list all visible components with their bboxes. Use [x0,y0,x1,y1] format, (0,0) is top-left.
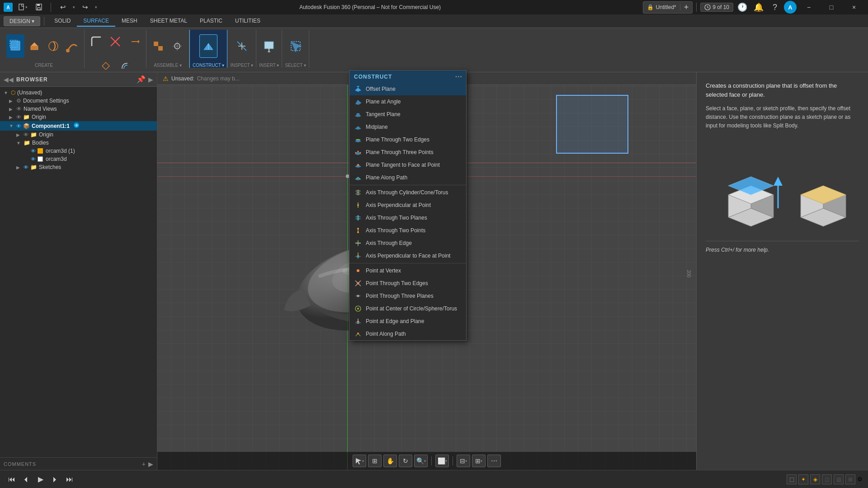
inspect-btn[interactable] [233,34,251,58]
comp-visibility-icon[interactable]: 👁 [16,123,21,129]
menu-tangent-plane[interactable]: Tangent Plane [349,108,466,121]
more-btn[interactable]: ⋯ [487,455,501,467]
menu-offset-plane[interactable]: Offset Plane [349,83,466,95]
close-button[interactable]: × [844,0,864,14]
sketches-visibility-icon[interactable]: 👁 [24,164,28,170]
tab-solid[interactable]: SOLID [48,16,77,27]
frame-tool-1[interactable]: ⬚ [787,474,797,484]
menu-point-circle-center[interactable]: Point at Center of Circle/Sphere/Torus [349,302,466,315]
design-dropdown[interactable]: DESIGN ▾ [4,16,40,26]
new-file-button[interactable]: ▾ [16,1,29,14]
menu-point-edge-plane[interactable]: Point at Edge and Plane [349,315,466,328]
more-options-icon[interactable]: ⋯ [455,72,462,81]
menu-axis-perp-face[interactable]: Axis Perpendicular to Face at Point [349,249,466,262]
tree-item-sketches[interactable]: ▶ 👁 📁 Sketches [0,163,157,171]
redo-button[interactable]: ↪ [79,1,91,14]
step-back-button[interactable]: ⏴ [20,473,33,486]
save-button[interactable] [33,1,45,14]
menu-axis-through-edge[interactable]: Axis Through Edge [349,237,466,249]
pin-icon[interactable]: 📌 [137,75,146,84]
revolve-btn[interactable] [44,34,62,58]
file-counter[interactable]: 🔒 Untitled* + [643,1,693,14]
trim-btn[interactable] [106,30,124,53]
fillet-btn[interactable] [87,30,105,53]
menu-point-along-path[interactable]: Point Along Path [349,328,466,340]
svg-rect-2 [37,4,40,6]
tree-item-named-views[interactable]: ▶ 👁 Named Views [0,105,157,113]
svg-rect-25 [264,42,274,49]
create-surface-btn[interactable] [6,34,24,58]
step-forward-button[interactable]: ⏵ [49,473,61,486]
skip-end-button[interactable]: ⏭ [63,473,76,486]
assemble-btn[interactable] [149,34,167,58]
menu-plane-at-angle[interactable]: Plane at Angle [349,95,466,108]
menu-axis-two-planes[interactable]: Axis Through Two Planes [349,211,466,224]
settings-icon[interactable]: ⚙ [857,476,863,483]
joint-btn[interactable] [168,34,186,58]
menu-axis-perp-point[interactable]: Axis Perpendicular at Point [349,199,466,211]
tab-plastic[interactable]: PLASTIC [193,16,229,27]
frame-tool-5[interactable]: ▥ [834,474,844,484]
orbit-btn[interactable]: ↻ [399,455,412,467]
notification-button[interactable]: 🔔 [751,0,766,14]
frame-tool-3[interactable]: ◈ [810,474,820,484]
tree-item-origin[interactable]: ▶ 👁 📁 Origin [0,113,157,121]
tree-item-body1[interactable]: ▶ 👁 orcam3d (1) [0,147,157,155]
cursor-mode-btn[interactable]: ▾ [353,455,366,467]
view-cube-btn[interactable]: ⊞▾ [472,455,486,467]
tree-item-bodies[interactable]: ▼ 📁 Bodies [0,139,157,147]
menu-plane-two-edges[interactable]: Plane Through Two Edges [349,133,466,146]
undo-button[interactable]: ↩ [57,1,69,14]
user-profile[interactable]: A [784,1,797,14]
menu-point-vertex[interactable]: Point at Vertex [349,264,466,277]
add-comment-icon[interactable]: + [142,460,146,468]
help-button[interactable]: ? [768,0,782,14]
frame-tool-6[interactable]: ⊞ [845,474,855,484]
clock-button[interactable]: 🕐 [735,0,750,14]
frame-tool-2[interactable]: ✦ [798,474,808,484]
maximize-button[interactable]: □ [821,0,842,14]
menu-midplane[interactable]: Midplane [349,121,466,133]
select-btn[interactable] [287,34,305,58]
menu-plane-along-path[interactable]: Plane Along Path [349,171,466,184]
tree-item-origin-comp[interactable]: ▶ 👁 📁 Origin [0,131,157,139]
tab-mesh[interactable]: MESH [115,16,144,27]
minimize-button[interactable]: − [798,0,819,14]
tree-item-unsaved[interactable]: ▼ ⬡ (Unsaved) [0,89,157,97]
body1-visibility-icon[interactable]: 👁 [31,148,36,154]
origin-visibility-icon[interactable]: 👁 [16,114,21,120]
skip-start-button[interactable]: ⏮ [5,473,18,486]
menu-point-two-edges[interactable]: Point Through Two Edges [349,277,466,290]
extrude-btn[interactable] [25,34,43,58]
pan-btn[interactable]: ✋ [383,455,397,467]
insert-btn[interactable] [260,34,278,58]
tree-item-component1[interactable]: ▼ 👁 📦 Component1:1 ⊕ [0,121,157,131]
menu-plane-three-points[interactable]: Plane Through Three Points [349,146,466,159]
collapse-left-icon[interactable]: ◀◀ [4,76,14,83]
stitch-btn[interactable] [97,54,115,70]
grid-btn[interactable]: ⊟▾ [457,455,470,467]
zoom-btn[interactable]: 🔍▾ [414,455,428,467]
tree-item-body2[interactable]: ▶ 👁 orcam3d [0,155,157,163]
tab-surface[interactable]: SURFACE [77,16,115,27]
visual-style-btn[interactable]: ⬜▾ [435,455,449,467]
frame-tool-4[interactable]: ◫ [822,474,832,484]
sweep-btn[interactable] [63,34,81,58]
comment-expand-icon[interactable]: ▶ [148,460,153,468]
sidebar-expand-icon[interactable]: ▶ [148,76,153,83]
tab-utilities[interactable]: UTILITIES [229,16,267,27]
display-mode-btn[interactable]: ⊞ [368,455,382,467]
extend-btn[interactable] [125,30,143,53]
menu-axis-two-points[interactable]: Axis Through Two Points [349,224,466,237]
play-button[interactable]: ▶ [34,473,47,486]
origin2-visibility-icon[interactable]: 👁 [24,132,28,137]
tree-item-doc-settings[interactable]: ▶ ⚙ Document Settings [0,97,157,105]
tab-sheet-metal[interactable]: SHEET METAL [144,16,193,27]
offset-btn[interactable] [116,54,134,70]
add-tab-icon[interactable]: + [684,3,689,12]
construct-btn[interactable] [199,34,217,58]
menu-axis-cyl-cone[interactable]: Axis Through Cylinder/Cone/Torus [349,186,466,199]
menu-plane-tangent-face[interactable]: Plane Tangent to Face at Point [349,159,466,171]
menu-point-three-planes[interactable]: Point Through Three Planes [349,290,466,302]
body2-visibility-icon[interactable]: 👁 [31,156,36,162]
